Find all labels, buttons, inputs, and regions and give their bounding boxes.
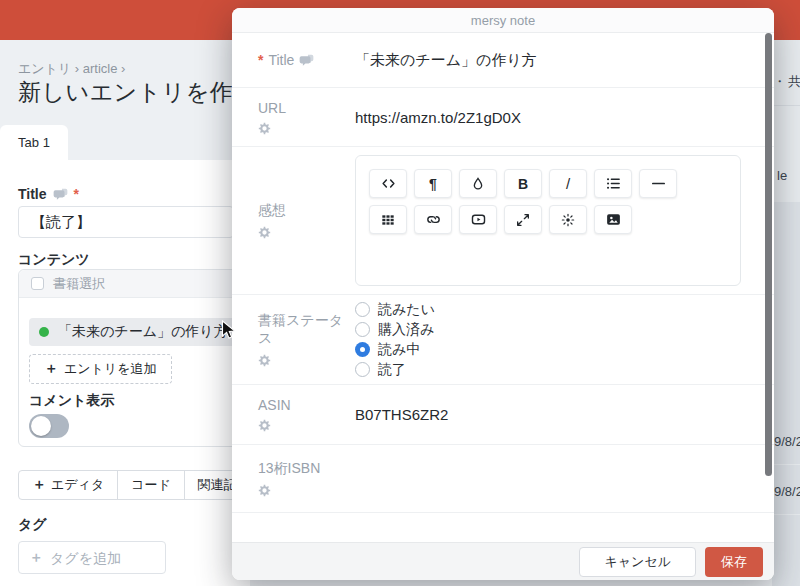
code-icon[interactable] (369, 169, 407, 198)
radio-option-finished[interactable]: 読了 (355, 360, 774, 380)
brightness-icon[interactable] (549, 205, 587, 234)
share-button-clipped[interactable]: ・ 共有 (773, 73, 800, 91)
radio-label: 読み中 (378, 341, 420, 359)
gear-icon[interactable] (258, 122, 355, 135)
tag-label: タグ (18, 516, 47, 534)
modal-field-url: URL https://amzn.to/2Z1gD0X (232, 88, 774, 147)
book-select-checkbox[interactable] (31, 277, 44, 290)
title-field-label-text: Title (18, 186, 47, 202)
gear-icon[interactable] (258, 226, 355, 239)
page-right-clipped-area: ・ 共有 le 9/8/2 9/8/2 (772, 40, 800, 586)
tab-1[interactable]: Tab 1 (0, 125, 68, 160)
link-icon[interactable] (414, 205, 452, 234)
comment-bubble-icon (299, 54, 314, 67)
add-code-button[interactable]: コード (117, 470, 185, 500)
radio-label: 読みたい (378, 301, 435, 319)
radio-icon[interactable] (355, 302, 370, 317)
cancel-button[interactable]: キャンセル (579, 547, 696, 577)
share-label: 共有 (788, 73, 800, 91)
status-dot-green (39, 327, 49, 337)
mersy-note-modal: mersy note * Title 「未来のチーム」の作り方 URL (232, 8, 774, 580)
paragraph-icon[interactable]: ¶ (414, 169, 452, 198)
add-editor-label: エディタ (51, 476, 104, 494)
book-select-row: 書籍選択 (19, 270, 245, 298)
droplet-icon[interactable] (459, 169, 497, 198)
comment-display-label: コメント表示 (29, 392, 114, 410)
gear-icon[interactable] (258, 419, 355, 432)
tag-input-wrap[interactable]: ＋ (18, 541, 166, 574)
bullet-separator: ・ (773, 73, 786, 91)
radio-icon-selected[interactable] (355, 342, 370, 357)
book-select-label: 書籍選択 (53, 275, 105, 293)
add-entry-label: エントリを追加 (64, 360, 157, 378)
divider (772, 514, 800, 515)
entry-list-clipped: 9/8/2 9/8/2 (772, 202, 800, 586)
divider (772, 464, 800, 465)
modal-footer: キャンセル 保存 (232, 542, 774, 580)
tag-input[interactable] (50, 550, 150, 566)
modal-scrollbar-thumb[interactable] (765, 33, 772, 476)
entry-date: 9/8/2 (774, 484, 800, 499)
add-editor-button[interactable]: ＋ エディタ (18, 470, 118, 500)
video-icon[interactable] (459, 205, 497, 234)
entry-chip-label: 「未来のチーム」の作り方 (58, 323, 228, 341)
gear-icon[interactable] (258, 484, 355, 497)
gear-icon[interactable] (258, 354, 355, 367)
divider (772, 105, 800, 106)
radio-option-reading[interactable]: 読み中 (355, 340, 774, 360)
radio-label: 購入済み (378, 321, 434, 339)
breadcrumb[interactable]: エントリ › article › (18, 60, 125, 78)
title-value[interactable]: 「未来のチーム」の作り方 (355, 51, 774, 70)
field-label: ASIN (258, 397, 355, 413)
modal-field-isbn13: 13桁ISBN (232, 445, 774, 513)
radio-icon[interactable] (355, 362, 370, 377)
field-label: 感想 (258, 202, 355, 220)
modal-blank-row (232, 513, 774, 542)
field-label: Title (268, 52, 294, 68)
plus-icon: ＋ (44, 360, 58, 378)
entry-form-card: Title * コンテンツ 書籍選択 「未来のチーム」の作り方 ✕ ＋ エントリ… (0, 160, 250, 586)
comment-toggle[interactable] (29, 414, 69, 438)
save-button[interactable]: 保存 (705, 547, 763, 577)
toggle-knob (31, 416, 51, 436)
radio-label: 読了 (378, 361, 406, 379)
contents-label: コンテンツ (18, 251, 90, 269)
modal-field-asin: ASIN B07THS6ZR2 (232, 385, 774, 445)
field-label: 13桁ISBN (258, 460, 355, 478)
url-value[interactable]: https://amzn.to/2Z1gD0X (355, 109, 774, 126)
screen: エントリ › article › 新しいエントリを作る Tab 1 Title … (0, 0, 800, 586)
horizontal-rule-icon[interactable] (639, 169, 677, 198)
entry-date: 9/8/2 (774, 434, 800, 449)
asin-value[interactable]: B07THS6ZR2 (355, 406, 774, 423)
modal-field-kansou: 感想 ¶ B / (232, 147, 774, 295)
add-entry-button[interactable]: ＋ エントリを追加 (29, 354, 172, 384)
radio-icon[interactable] (355, 322, 370, 337)
bullet-list-icon[interactable] (594, 169, 632, 198)
image-icon[interactable] (594, 205, 632, 234)
radio-option-purchased[interactable]: 購入済み (355, 320, 774, 340)
rich-editor-area[interactable]: ¶ B / (355, 155, 741, 286)
page-title: 新しいエントリを作る (18, 77, 257, 108)
table-icon[interactable] (369, 205, 407, 234)
required-asterisk: * (258, 52, 263, 68)
expand-icon[interactable] (504, 205, 542, 234)
modal-field-book-status: 書籍ステータス 読みたい 購入済み 読み中 読了 (232, 295, 774, 385)
title-input[interactable] (18, 206, 234, 238)
title-field-label: Title * (18, 186, 79, 202)
field-label: 書籍ステータス (258, 312, 355, 348)
clipped-title-text: le (777, 168, 787, 183)
modal-field-title: * Title 「未来のチーム」の作り方 (232, 33, 774, 88)
plus-icon: ＋ (29, 549, 43, 567)
comment-bubble-icon (53, 188, 68, 201)
required-asterisk: * (74, 186, 79, 202)
bold-icon[interactable]: B (504, 169, 542, 198)
plus-icon: ＋ (32, 476, 46, 494)
contents-panel: 書籍選択 「未来のチーム」の作り方 ✕ ＋ エントリを追加 コメント表示 (18, 269, 246, 447)
entry-chip[interactable]: 「未来のチーム」の作り方 ✕ (29, 318, 241, 346)
field-label: URL (258, 100, 355, 116)
radio-option-want-to-read[interactable]: 読みたい (355, 300, 774, 320)
book-status-options: 読みたい 購入済み 読み中 読了 (355, 300, 774, 380)
mouse-cursor (221, 320, 236, 341)
italic-icon[interactable]: / (549, 169, 587, 198)
modal-title: mersy note (232, 8, 774, 33)
